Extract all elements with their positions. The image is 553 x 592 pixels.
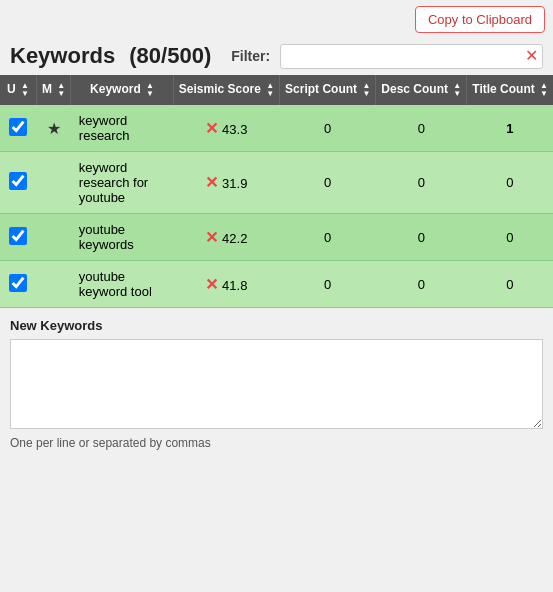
title-count-cell: 0 bbox=[467, 261, 553, 308]
table-row: keyword research for youtube✕ 31.9000 bbox=[0, 152, 553, 214]
new-keywords-section: New Keywords bbox=[0, 308, 553, 432]
col-header-desc-count[interactable]: Desc Count ▲▼ bbox=[376, 75, 467, 105]
col-header-u[interactable]: U ▲▼ bbox=[0, 75, 36, 105]
top-bar: Copy to Clipboard bbox=[0, 0, 553, 39]
title-count-cell: 1 bbox=[467, 105, 553, 152]
keyword-cell: keyword research for youtube bbox=[71, 152, 173, 214]
seismic-cell: ✕ 41.8 bbox=[173, 261, 279, 308]
seismic-invalid-icon: ✕ bbox=[205, 120, 218, 137]
sort-arrows-title: ▲▼ bbox=[540, 82, 548, 98]
seismic-cell: ✕ 43.3 bbox=[173, 105, 279, 152]
desc-count-cell: 0 bbox=[376, 105, 467, 152]
new-keywords-label: New Keywords bbox=[10, 318, 543, 333]
sort-arrows-keyword: ▲▼ bbox=[146, 82, 154, 98]
title-count-cell: 0 bbox=[467, 214, 553, 261]
sort-arrows-seismic: ▲▼ bbox=[266, 82, 274, 98]
table-row: ★keyword research✕ 43.3001 bbox=[0, 105, 553, 152]
keywords-table-wrapper: U ▲▼ M ▲▼ Keyword ▲▼ Seismic Score ▲▼ Sc… bbox=[0, 75, 553, 308]
filter-input-wrap: ✕ bbox=[280, 44, 543, 69]
new-keywords-hint: One per line or separated by commas bbox=[0, 432, 553, 458]
row-checkbox[interactable] bbox=[9, 227, 27, 245]
checkbox-cell[interactable] bbox=[0, 105, 36, 152]
seismic-cell: ✕ 42.2 bbox=[173, 214, 279, 261]
script-count-cell: 0 bbox=[280, 152, 376, 214]
script-count-cell: 0 bbox=[280, 214, 376, 261]
new-keywords-textarea[interactable] bbox=[10, 339, 543, 429]
sort-arrows-desc: ▲▼ bbox=[453, 82, 461, 98]
star-cell[interactable] bbox=[36, 261, 71, 308]
desc-count-cell: 0 bbox=[376, 214, 467, 261]
star-icon: ★ bbox=[47, 120, 61, 137]
checkbox-cell[interactable] bbox=[0, 152, 36, 214]
script-count-cell: 0 bbox=[280, 261, 376, 308]
desc-count-cell: 0 bbox=[376, 261, 467, 308]
col-header-title-count[interactable]: Title Count ▲▼ bbox=[467, 75, 553, 105]
row-checkbox[interactable] bbox=[9, 118, 27, 136]
row-checkbox[interactable] bbox=[9, 172, 27, 190]
keywords-table: U ▲▼ M ▲▼ Keyword ▲▼ Seismic Score ▲▼ Sc… bbox=[0, 75, 553, 308]
sort-arrows-m: ▲▼ bbox=[57, 82, 65, 98]
sort-arrows-u: ▲▼ bbox=[21, 82, 29, 98]
copy-to-clipboard-button[interactable]: Copy to Clipboard bbox=[415, 6, 545, 33]
row-checkbox[interactable] bbox=[9, 274, 27, 292]
checkbox-cell[interactable] bbox=[0, 261, 36, 308]
star-cell[interactable] bbox=[36, 214, 71, 261]
col-header-seismic-score[interactable]: Seismic Score ▲▼ bbox=[173, 75, 279, 105]
desc-count-cell: 0 bbox=[376, 152, 467, 214]
star-cell[interactable]: ★ bbox=[36, 105, 71, 152]
seismic-invalid-icon: ✕ bbox=[205, 276, 218, 293]
star-cell[interactable] bbox=[36, 152, 71, 214]
checkbox-cell[interactable] bbox=[0, 214, 36, 261]
seismic-invalid-icon: ✕ bbox=[205, 229, 218, 246]
filter-clear-icon[interactable]: ✕ bbox=[525, 48, 538, 64]
table-header-row: U ▲▼ M ▲▼ Keyword ▲▼ Seismic Score ▲▼ Sc… bbox=[0, 75, 553, 105]
table-row: youtube keyword tool✕ 41.8000 bbox=[0, 261, 553, 308]
header-row: Keywords (80/500) Filter: ✕ bbox=[0, 39, 553, 75]
page-title: Keywords (80/500) bbox=[10, 43, 211, 69]
title-count-cell: 0 bbox=[467, 152, 553, 214]
col-header-m[interactable]: M ▲▼ bbox=[36, 75, 71, 105]
col-header-keyword[interactable]: Keyword ▲▼ bbox=[71, 75, 173, 105]
table-body: ★keyword research✕ 43.3001keyword resear… bbox=[0, 105, 553, 308]
keyword-cell: keyword research bbox=[71, 105, 173, 152]
sort-arrows-script: ▲▼ bbox=[362, 82, 370, 98]
filter-label: Filter: bbox=[231, 48, 270, 64]
seismic-invalid-icon: ✕ bbox=[205, 174, 218, 191]
seismic-cell: ✕ 31.9 bbox=[173, 152, 279, 214]
col-header-script-count[interactable]: Script Count ▲▼ bbox=[280, 75, 376, 105]
script-count-cell: 0 bbox=[280, 105, 376, 152]
keyword-cell: youtube keywords bbox=[71, 214, 173, 261]
keyword-cell: youtube keyword tool bbox=[71, 261, 173, 308]
filter-input[interactable] bbox=[280, 44, 543, 69]
table-row: youtube keywords✕ 42.2000 bbox=[0, 214, 553, 261]
